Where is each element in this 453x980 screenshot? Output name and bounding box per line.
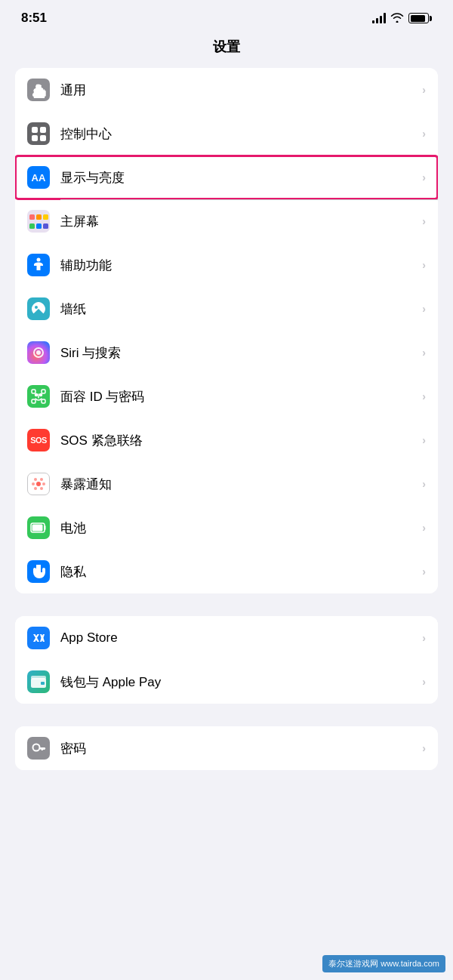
settings-item-general[interactable]: 通用 › [15, 68, 438, 112]
wifi-icon [390, 12, 404, 25]
sos-icon: SOS [27, 429, 50, 451]
app-store-icon [27, 627, 50, 649]
general-icon [27, 79, 50, 101]
chevron-icon: › [422, 303, 426, 315]
chevron-icon: › [422, 478, 426, 490]
status-time: 8:51 [21, 11, 47, 26]
svg-rect-4 [42, 399, 45, 403]
home-screen-icon [27, 210, 50, 233]
chevron-icon: › [422, 390, 426, 402]
settings-item-app-store[interactable]: App Store › [15, 616, 438, 660]
settings-item-display[interactable]: AA 显示与亮度 › [15, 156, 438, 199]
svg-point-20 [33, 744, 40, 751]
chevron-icon: › [422, 171, 426, 183]
chevron-icon: › [422, 434, 426, 446]
wallpaper-label: 墙纸 [60, 300, 416, 318]
settings-item-battery[interactable]: 电池 › [15, 506, 438, 550]
settings-item-home-screen[interactable]: 主屏幕 › [15, 199, 438, 243]
svg-point-11 [34, 478, 37, 481]
battery-settings-icon [27, 516, 50, 539]
svg-rect-19 [41, 682, 45, 685]
settings-item-control-center[interactable]: 控制中心 › [15, 112, 438, 156]
chevron-icon: › [422, 522, 426, 534]
settings-item-wallet[interactable]: 钱包与 Apple Pay › [15, 660, 438, 704]
display-label: 显示与亮度 [60, 169, 416, 186]
privacy-icon [27, 560, 50, 583]
aa-text: AA [32, 172, 46, 183]
exposure-icon [27, 473, 50, 495]
svg-rect-22 [43, 747, 45, 750]
siri-icon [27, 341, 50, 364]
home-screen-label: 主屏幕 [60, 213, 416, 230]
sos-label: SOS 紧急联络 [60, 432, 416, 449]
settings-section-2: App Store › 钱包与 Apple Pay › [15, 616, 438, 704]
svg-point-8 [36, 482, 41, 486]
watermark: 泰尔迷游戏网 www.tairda.com [322, 955, 445, 972]
chevron-icon: › [422, 84, 426, 96]
chevron-icon: › [422, 676, 426, 688]
chevron-icon: › [422, 632, 426, 644]
wallpaper-icon [27, 297, 50, 320]
svg-rect-23 [42, 747, 44, 750]
accessibility-icon [27, 254, 50, 276]
accessibility-label: 辅助功能 [60, 257, 416, 274]
settings-item-accessibility[interactable]: 辅助功能 › [15, 243, 438, 287]
sos-text: SOS [30, 436, 47, 445]
settings-item-exposure[interactable]: 暴露通知 › [15, 462, 438, 506]
chevron-icon: › [422, 215, 426, 227]
svg-point-10 [42, 482, 45, 485]
exposure-label: 暴露通知 [60, 476, 416, 493]
passwords-icon [27, 737, 50, 760]
svg-point-5 [35, 394, 38, 396]
svg-point-13 [34, 487, 37, 490]
control-center-icon [27, 122, 50, 145]
svg-point-12 [40, 478, 43, 481]
svg-point-0 [37, 258, 41, 262]
settings-item-wallpaper[interactable]: 墙纸 › [15, 287, 438, 331]
app-store-label: App Store [60, 630, 416, 646]
status-bar: 8:51 [0, 0, 453, 32]
svg-point-9 [32, 482, 35, 485]
face-id-icon [27, 385, 50, 408]
settings-item-sos[interactable]: SOS SOS 紧急联络 › [15, 418, 438, 462]
settings-item-privacy[interactable]: 隐私 › [15, 550, 438, 593]
svg-rect-16 [32, 525, 43, 532]
settings-section-3: 密码 › [15, 726, 438, 770]
chevron-icon: › [422, 259, 426, 271]
face-id-label: 面容 ID 与密码 [60, 388, 416, 405]
general-label: 通用 [60, 82, 416, 99]
control-center-label: 控制中心 [60, 125, 416, 143]
status-icons [372, 12, 432, 25]
siri-label: Siri 与搜索 [60, 344, 416, 362]
signal-icon [372, 13, 386, 23]
wallet-icon [27, 670, 50, 693]
battery-icon [408, 13, 432, 23]
chevron-icon: › [422, 742, 426, 754]
passwords-label: 密码 [60, 740, 416, 757]
svg-rect-18 [31, 676, 46, 680]
svg-point-14 [40, 487, 43, 490]
chevron-icon: › [422, 566, 426, 578]
privacy-label: 隐私 [60, 563, 416, 581]
svg-point-6 [40, 394, 42, 396]
svg-rect-2 [42, 390, 45, 393]
display-icon: AA [27, 166, 50, 189]
page-title: 设置 [0, 32, 453, 68]
settings-item-siri[interactable]: Siri 与搜索 › [15, 331, 438, 374]
chevron-icon: › [422, 128, 426, 140]
chevron-icon: › [422, 347, 426, 359]
settings-item-passwords[interactable]: 密码 › [15, 726, 438, 770]
wallet-label: 钱包与 Apple Pay [60, 673, 416, 691]
settings-section-1: 通用 › 控制中心 › AA 显示与亮度 › [15, 68, 438, 593]
svg-rect-1 [32, 390, 35, 393]
battery-label: 电池 [60, 519, 416, 537]
svg-rect-3 [32, 399, 35, 403]
settings-item-face-id[interactable]: 面容 ID 与密码 › [15, 374, 438, 418]
